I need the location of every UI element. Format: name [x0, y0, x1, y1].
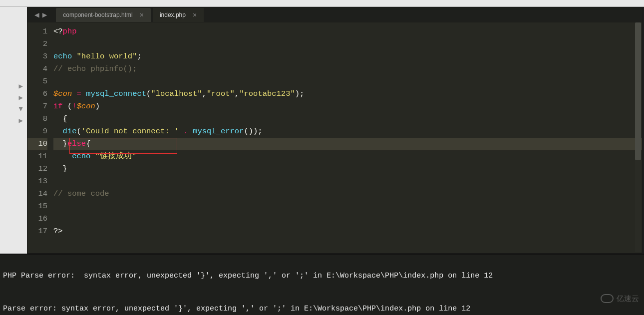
code-line[interactable]: echo "hello world";: [53, 50, 642, 63]
line-number: 6: [27, 88, 47, 100]
fold-arrow-open-icon[interactable]: ▶: [16, 107, 25, 111]
tab-index-php[interactable]: index.php ×: [153, 8, 204, 22]
fold-arrows: ▶ ▶ ▶ ▶: [19, 82, 23, 125]
code-line[interactable]: echo "链接成功": [53, 150, 642, 163]
line-number: 15: [27, 200, 47, 213]
line-number: 13: [27, 175, 47, 188]
watermark-icon: [601, 294, 614, 303]
fold-arrow-icon[interactable]: ▶: [19, 93, 23, 102]
code-line[interactable]: [53, 175, 642, 188]
line-number: 3: [27, 50, 47, 63]
tab-bar: ◀ ▶ component-bootstrap.html × index.php…: [27, 7, 642, 22]
tab-label: component-bootstrap.html: [63, 11, 132, 18]
left-gutter: ▶ ▶ ▶ ▶: [0, 7, 27, 254]
code-line[interactable]: [53, 75, 642, 88]
line-number: 11: [27, 150, 47, 163]
line-number: 2: [27, 38, 47, 50]
nav-back-icon[interactable]: ◀: [34, 10, 39, 20]
close-icon[interactable]: ×: [140, 11, 144, 19]
code-line[interactable]: [53, 213, 642, 225]
tab-component-bootstrap[interactable]: component-bootstrap.html ×: [56, 8, 151, 22]
code-line[interactable]: // echo phpinfo();: [53, 63, 642, 75]
line-number: 1: [27, 25, 47, 38]
tab-nav-arrows: ◀ ▶: [34, 10, 47, 20]
line-number: 7: [27, 100, 47, 113]
code-line[interactable]: [53, 38, 642, 50]
code-line[interactable]: ?>: [53, 225, 642, 238]
window-top-strip: [0, 0, 644, 7]
line-number: 10: [27, 138, 47, 150]
console-line: Parse error: syntax error, unexpected '}…: [3, 304, 641, 315]
editor: ◀ ▶ component-bootstrap.html × index.php…: [27, 7, 643, 254]
line-number: 14: [27, 188, 47, 200]
code-line[interactable]: {: [53, 113, 642, 125]
main-area: ▶ ▶ ▶ ▶ ◀ ▶ component-bootstrap.html × i…: [0, 7, 644, 254]
console-line: PHP Parse error: syntax error, unexpecte…: [3, 271, 641, 282]
close-icon[interactable]: ×: [193, 11, 197, 19]
tab-label: index.php: [160, 11, 186, 18]
code-line[interactable]: [53, 200, 642, 213]
line-number: 17: [27, 225, 47, 238]
line-number-gutter: 1 2 3 4 5 6 7 8 9 10 11 12 13 14 15 16 1…: [27, 25, 53, 238]
watermark: 亿速云: [601, 293, 639, 304]
code-line[interactable]: // some code: [53, 188, 642, 200]
line-number: 9: [27, 125, 47, 138]
watermark-text: 亿速云: [617, 293, 639, 304]
code-line[interactable]: die('Could not connect: ' . mysql_error(…: [53, 125, 642, 138]
nav-forward-icon[interactable]: ▶: [42, 10, 47, 20]
line-number: 4: [27, 63, 47, 75]
line-number: 5: [27, 75, 47, 88]
vertical-scrollbar[interactable]: [635, 22, 641, 252]
code-area[interactable]: 1 2 3 4 5 6 7 8 9 10 11 12 13 14 15 16 1…: [27, 22, 642, 238]
code-line[interactable]: $con = mysql_connect("localhost","root",…: [53, 88, 642, 100]
code-line[interactable]: if (!$con): [53, 100, 642, 113]
code-line[interactable]: }: [53, 163, 642, 175]
code-lines[interactable]: <?php echo "hello world"; // echo phpinf…: [53, 25, 642, 238]
line-number: 12: [27, 163, 47, 175]
line-number: 8: [27, 113, 47, 125]
fold-arrow-icon[interactable]: ▶: [19, 116, 23, 125]
code-line[interactable]: <?php: [53, 25, 642, 38]
line-number: 16: [27, 213, 47, 225]
scrollbar-thumb[interactable]: [635, 22, 641, 160]
output-console[interactable]: PHP Parse error: syntax error, unexpecte…: [0, 254, 644, 315]
code-line[interactable]: }else{: [53, 138, 642, 150]
fold-arrow-icon[interactable]: ▶: [19, 82, 23, 90]
